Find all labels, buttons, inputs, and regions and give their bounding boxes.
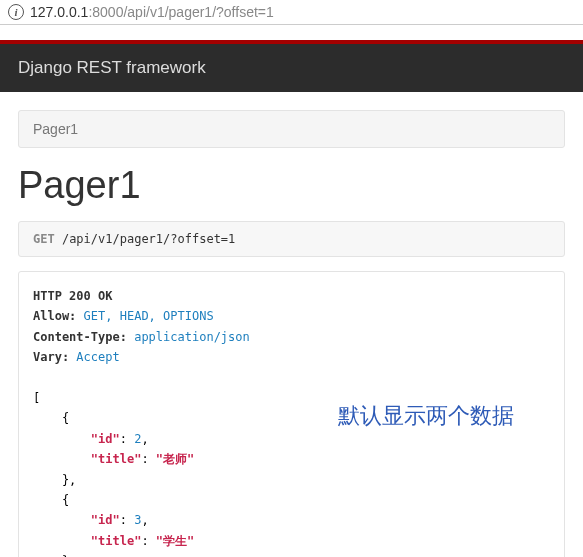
allow-val: GET, HEAD, OPTIONS bbox=[84, 309, 214, 323]
request-path: /api/v1/pager1/?offset=1 bbox=[62, 232, 235, 246]
json-val-title-0: "老师" bbox=[156, 452, 194, 466]
vary-key: Vary: bbox=[33, 350, 69, 364]
json-key-id-0: "id" bbox=[91, 432, 120, 446]
browser-address-bar[interactable]: i 127.0.0.1:8000/api/v1/pager1/?offset=1 bbox=[0, 0, 583, 25]
json-val-id-1: 3 bbox=[134, 513, 141, 527]
json-key-title-0: "title" bbox=[91, 452, 142, 466]
url-path: :8000/api/v1/pager1/?offset=1 bbox=[88, 4, 273, 20]
framework-header: Django REST framework bbox=[0, 44, 583, 92]
page-title: Pager1 bbox=[18, 164, 565, 207]
http-method: GET bbox=[33, 232, 55, 246]
json-val-id-0: 2 bbox=[134, 432, 141, 446]
json-key-id-1: "id" bbox=[91, 513, 120, 527]
framework-title[interactable]: Django REST framework bbox=[18, 58, 206, 77]
annotation-text: 默认显示两个数据 bbox=[338, 397, 514, 434]
info-icon: i bbox=[8, 4, 24, 20]
status-line: HTTP 200 OK bbox=[33, 289, 112, 303]
main-content: Pager1 Pager1 GET /api/v1/pager1/?offset… bbox=[0, 92, 583, 557]
breadcrumb-item[interactable]: Pager1 bbox=[33, 121, 78, 137]
json-key-title-1: "title" bbox=[91, 534, 142, 548]
breadcrumb: Pager1 bbox=[18, 110, 565, 148]
ctype-val: application/json bbox=[134, 330, 250, 344]
request-line: GET /api/v1/pager1/?offset=1 bbox=[18, 221, 565, 257]
vary-val: Accept bbox=[76, 350, 119, 364]
ctype-key: Content-Type: bbox=[33, 330, 127, 344]
response-box: 默认显示两个数据 HTTP 200 OK Allow: GET, HEAD, O… bbox=[18, 271, 565, 557]
allow-key: Allow: bbox=[33, 309, 76, 323]
json-val-title-1: "学生" bbox=[156, 534, 194, 548]
url-host: 127.0.0.1 bbox=[30, 4, 88, 20]
